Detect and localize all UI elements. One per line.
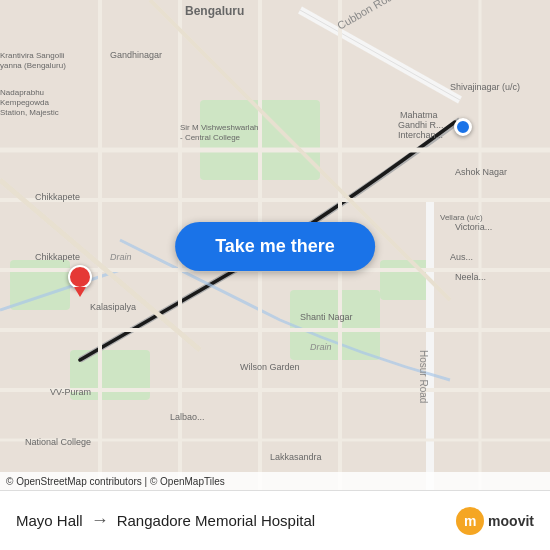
svg-text:Chikkapete: Chikkapete [35, 252, 80, 262]
destination-marker [454, 118, 472, 136]
moovit-logo-icon: m [456, 507, 484, 535]
svg-text:Victoria...: Victoria... [455, 222, 492, 232]
svg-text:Bengaluru: Bengaluru [185, 4, 244, 18]
svg-text:Station, Majestic: Station, Majestic [0, 108, 59, 117]
svg-text:- Central College: - Central College [180, 133, 241, 142]
svg-text:yanna (Bengaluru): yanna (Bengaluru) [0, 61, 66, 70]
svg-text:Kalasipalya: Kalasipalya [90, 302, 136, 312]
svg-text:Ashok Nagar: Ashok Nagar [455, 167, 507, 177]
svg-text:Gandhinagar: Gandhinagar [110, 50, 162, 60]
svg-text:Vellara (u/c): Vellara (u/c) [440, 213, 483, 222]
map-container: Cubbon Road Hosur Road Bengaluru Mahatma… [0, 0, 550, 490]
origin-name: Mayo Hall [16, 512, 83, 529]
route-info: Mayo Hall → Rangadore Memorial Hospital [16, 510, 315, 531]
svg-text:Interchan...: Interchan... [398, 130, 443, 140]
bottom-bar: Mayo Hall → Rangadore Memorial Hospital … [0, 490, 550, 550]
svg-rect-3 [380, 260, 430, 300]
svg-text:VV-Puram: VV-Puram [50, 387, 91, 397]
svg-text:Krantivira Sangolli: Krantivira Sangolli [0, 51, 65, 60]
svg-text:Aus...: Aus... [450, 252, 473, 262]
svg-text:Drain: Drain [110, 252, 132, 262]
svg-text:Sir M Vishweshwarlah: Sir M Vishweshwarlah [180, 123, 259, 132]
svg-text:Chikkapete: Chikkapete [35, 192, 80, 202]
moovit-logo: m moovit [456, 507, 534, 535]
destination-name: Rangadore Memorial Hospital [117, 512, 315, 529]
svg-text:Gandhi R...: Gandhi R... [398, 120, 444, 130]
route-arrow-icon: → [91, 510, 109, 531]
svg-text:National College: National College [25, 437, 91, 447]
origin-marker [68, 265, 92, 295]
svg-text:Mahatma: Mahatma [400, 110, 438, 120]
svg-text:Neela...: Neela... [455, 272, 486, 282]
map-attribution: © OpenStreetMap contributors | © OpenMap… [0, 472, 550, 490]
take-me-there-button[interactable]: Take me there [175, 222, 375, 271]
svg-rect-2 [290, 290, 380, 360]
svg-text:Hosur Road: Hosur Road [418, 350, 429, 403]
moovit-logo-text: moovit [488, 513, 534, 529]
svg-text:Lalbao...: Lalbao... [170, 412, 205, 422]
svg-text:Lakkasandra: Lakkasandra [270, 452, 322, 462]
svg-text:Kempegowda: Kempegowda [0, 98, 49, 107]
svg-text:Shanti Nagar: Shanti Nagar [300, 312, 353, 322]
svg-text:Nadaprabhu: Nadaprabhu [0, 88, 44, 97]
svg-text:Drain: Drain [310, 342, 332, 352]
svg-text:Wilson Garden: Wilson Garden [240, 362, 300, 372]
svg-text:Shivajinagar (u/c): Shivajinagar (u/c) [450, 82, 520, 92]
